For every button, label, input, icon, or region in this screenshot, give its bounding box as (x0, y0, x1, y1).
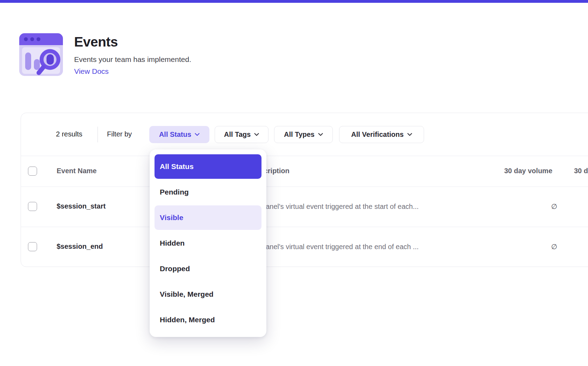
event-description: Mixpanel's virtual event triggered at th… (251, 243, 419, 251)
menu-item-label: Pending (160, 188, 189, 196)
divider (21, 156, 588, 156)
events-page-icon (19, 33, 63, 76)
filter-verifications-label: All Verifications (351, 131, 403, 139)
chevron-down-icon (195, 133, 200, 136)
menu-item-label: Visible, Merged (160, 290, 214, 298)
filter-by-label: Filter by (107, 130, 132, 138)
column-header-truncated[interactable]: 30 d (574, 167, 588, 175)
filter-tags-button[interactable]: All Tags (215, 126, 268, 143)
column-header-30-day-volume[interactable]: 30 day volume (504, 167, 552, 175)
results-count: 2 results (56, 130, 83, 138)
divider (21, 186, 588, 187)
row-checkbox[interactable] (28, 242, 37, 251)
status-filter-dropdown-menu: All Status Pending Visible Hidden Droppe… (150, 149, 266, 337)
filter-tags-label: All Tags (224, 131, 251, 139)
menu-item-visible[interactable]: Visible (155, 205, 261, 230)
toolbar-divider (98, 127, 98, 142)
filter-types-label: All Types (284, 131, 314, 139)
row-checkbox[interactable] (28, 202, 37, 211)
filter-types-button[interactable]: All Types (274, 126, 333, 143)
page-subtitle: Events your team has implemented. (74, 55, 191, 64)
chevron-down-icon (254, 133, 259, 136)
event-description: Mixpanel's virtual event triggered at th… (251, 203, 419, 211)
menu-item-label: Hidden, Merged (160, 316, 215, 324)
chevron-down-icon (318, 133, 323, 136)
top-accent-bar (0, 0, 588, 3)
filter-status-button[interactable]: All Status (149, 126, 209, 143)
menu-item-all-status[interactable]: All Status (155, 154, 261, 179)
menu-item-label: Hidden (160, 239, 185, 247)
filter-status-label: All Status (159, 131, 191, 139)
event-30-day-volume: ∅ (551, 242, 557, 251)
column-header-event-name[interactable]: Event Name (57, 167, 97, 175)
menu-item-hidden[interactable]: Hidden (155, 231, 261, 255)
divider (21, 227, 588, 227)
select-all-checkbox[interactable] (28, 167, 37, 176)
menu-item-label: Visible (160, 213, 183, 222)
menu-item-dropped[interactable]: Dropped (155, 256, 261, 281)
menu-item-label: All Status (160, 162, 194, 171)
event-name-session-start[interactable]: $session_start (57, 202, 106, 210)
event-30-day-volume: ∅ (551, 202, 557, 211)
filter-verifications-button[interactable]: All Verifications (339, 126, 424, 143)
chevron-down-icon (407, 133, 412, 136)
menu-item-hidden-merged[interactable]: Hidden, Merged (155, 308, 261, 332)
view-docs-link[interactable]: View Docs (74, 67, 109, 76)
analytics-window-magnifier-icon (19, 33, 63, 76)
event-name-session-end[interactable]: $session_end (57, 242, 103, 251)
page-title: Events (74, 34, 118, 50)
menu-item-pending[interactable]: Pending (155, 180, 261, 204)
menu-item-visible-merged[interactable]: Visible, Merged (155, 282, 261, 307)
menu-item-label: Dropped (160, 265, 190, 273)
